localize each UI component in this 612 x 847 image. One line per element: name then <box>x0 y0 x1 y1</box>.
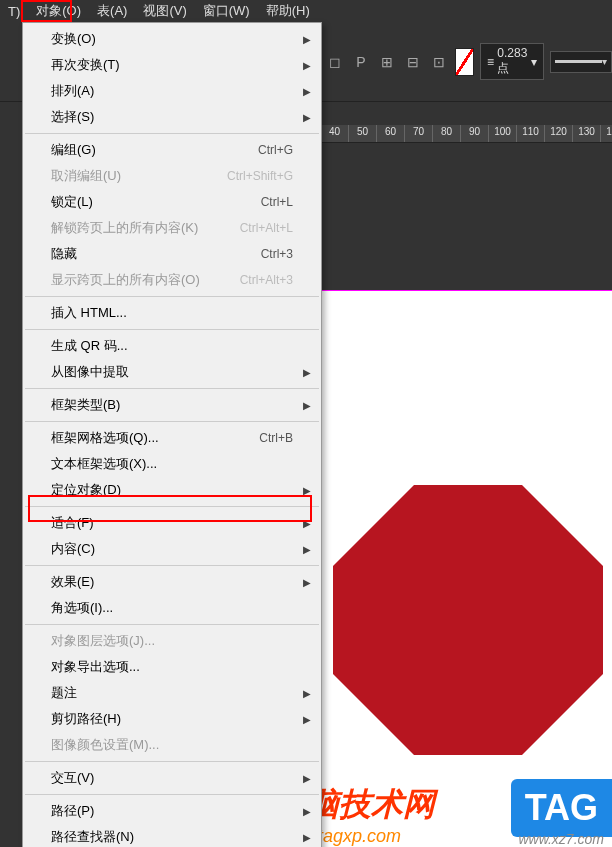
menu-view[interactable]: 视图(V) <box>135 0 194 22</box>
menu-item-19[interactable]: 框架网格选项(Q)...Ctrl+B <box>23 425 321 451</box>
menu-item-label: 题注 <box>51 684 77 702</box>
menu-item-label: 生成 QR 码... <box>51 337 128 355</box>
menu-item-label: 排列(A) <box>51 82 94 100</box>
menubar: T) 对象(O) 表(A) 视图(V) 窗口(W) 帮助(H) <box>0 0 612 22</box>
menu-sep <box>25 388 319 389</box>
menu-item-shortcut: Ctrl+Shift+G <box>227 169 293 183</box>
align-icon-3[interactable]: ⊡ <box>429 52 449 72</box>
menu-item-shortcut: Ctrl+B <box>259 431 293 445</box>
chevron-right-icon: ▶ <box>303 112 311 123</box>
menu-item-15[interactable]: 从图像中提取▶ <box>23 359 321 385</box>
menu-sep <box>25 794 319 795</box>
menu-sep <box>25 133 319 134</box>
chevron-right-icon: ▶ <box>303 577 311 588</box>
menu-help[interactable]: 帮助(H) <box>258 0 318 22</box>
menu-sep <box>25 421 319 422</box>
menu-sep <box>25 565 319 566</box>
chevron-right-icon: ▶ <box>303 832 311 843</box>
menu-item-2[interactable]: 排列(A)▶ <box>23 78 321 104</box>
chevron-right-icon: ▶ <box>303 34 311 45</box>
menu-item-30[interactable]: 对象导出选项... <box>23 654 321 680</box>
menu-item-label: 框架类型(B) <box>51 396 120 414</box>
ruler-mark: 90 <box>460 125 488 142</box>
align-icon-2[interactable]: ⊟ <box>403 52 423 72</box>
stroke-weight-input[interactable]: ≡ 0.283 点 ▾ <box>480 43 544 80</box>
ruler-mark: 110 <box>516 125 544 142</box>
menu-item-17[interactable]: 框架类型(B)▶ <box>23 392 321 418</box>
menu-sep <box>25 329 319 330</box>
menu-item-27[interactable]: 角选项(I)... <box>23 595 321 621</box>
menu-sep <box>25 761 319 762</box>
align-icon-1[interactable]: ⊞ <box>377 52 397 72</box>
crop-icon[interactable]: ◻ <box>325 52 345 72</box>
menu-item-20[interactable]: 文本框架选项(X)... <box>23 451 321 477</box>
menu-item-shortcut: Ctrl+Alt+3 <box>240 273 293 287</box>
menu-item-shortcut: Ctrl+G <box>258 143 293 157</box>
stroke-style-dropdown[interactable]: ▾ <box>550 51 612 73</box>
menu-item-3[interactable]: 选择(S)▶ <box>23 104 321 130</box>
menu-item-26[interactable]: 效果(E)▶ <box>23 569 321 595</box>
menu-window[interactable]: 窗口(W) <box>195 0 258 22</box>
menu-item-label: 图像颜色设置(M)... <box>51 736 159 754</box>
chevron-right-icon: ▶ <box>303 400 311 411</box>
menu-item-8: 解锁跨页上的所有内容(K)Ctrl+Alt+L <box>23 215 321 241</box>
menu-item-31[interactable]: 题注▶ <box>23 680 321 706</box>
menu-sep <box>25 296 319 297</box>
tag-badge: TAG <box>511 779 612 837</box>
menu-item-shortcut: Ctrl+3 <box>261 247 293 261</box>
menu-t[interactable]: T) <box>0 2 28 21</box>
menu-item-label: 取消编组(U) <box>51 167 121 185</box>
sub-watermark: www.xz7.com <box>518 831 604 847</box>
ruler-mark: 50 <box>348 125 376 142</box>
menu-item-0[interactable]: 变换(O)▶ <box>23 26 321 52</box>
menu-item-label: 对象导出选项... <box>51 658 140 676</box>
menu-item-1[interactable]: 再次变换(T)▶ <box>23 52 321 78</box>
menu-item-24[interactable]: 内容(C)▶ <box>23 536 321 562</box>
menu-item-label: 锁定(L) <box>51 193 93 211</box>
ruler-mark: 100 <box>488 125 516 142</box>
ruler-mark: 120 <box>544 125 572 142</box>
menu-item-label: 隐藏 <box>51 245 77 263</box>
menu-item-10: 显示跨页上的所有内容(O)Ctrl+Alt+3 <box>23 267 321 293</box>
menu-item-6: 取消编组(U)Ctrl+Shift+G <box>23 163 321 189</box>
chevron-right-icon: ▶ <box>303 518 311 529</box>
menu-item-7[interactable]: 锁定(L)Ctrl+L <box>23 189 321 215</box>
p-tool-icon[interactable]: P <box>351 52 371 72</box>
menu-item-32[interactable]: 剪切路径(H)▶ <box>23 706 321 732</box>
menu-item-label: 定位对象(D) <box>51 481 121 499</box>
chevron-right-icon: ▶ <box>303 714 311 725</box>
menu-item-label: 内容(C) <box>51 540 95 558</box>
menu-item-14[interactable]: 生成 QR 码... <box>23 333 321 359</box>
menu-item-label: 角选项(I)... <box>51 599 113 617</box>
menu-item-5[interactable]: 编组(G)Ctrl+G <box>23 137 321 163</box>
menu-item-shortcut: Ctrl+Alt+L <box>240 221 293 235</box>
menu-item-23[interactable]: 适合(F)▶ <box>23 510 321 536</box>
menu-item-label: 对象图层选项(J)... <box>51 632 155 650</box>
ruler-mark: 130 <box>572 125 600 142</box>
object-dropdown-menu: 变换(O)▶再次变换(T)▶排列(A)▶选择(S)▶编组(G)Ctrl+G取消编… <box>22 22 322 847</box>
menu-item-37[interactable]: 路径(P)▶ <box>23 798 321 824</box>
menu-item-38[interactable]: 路径查找器(N)▶ <box>23 824 321 847</box>
menu-item-21[interactable]: 定位对象(D)▶ <box>23 477 321 503</box>
fill-swatch[interactable] <box>455 48 474 76</box>
octagon-shape[interactable] <box>333 485 603 755</box>
chevron-right-icon: ▶ <box>303 485 311 496</box>
chevron-right-icon: ▶ <box>303 806 311 817</box>
menu-item-label: 框架网格选项(Q)... <box>51 429 159 447</box>
menu-item-33: 图像颜色设置(M)... <box>23 732 321 758</box>
horizontal-ruler: 40 50 60 70 80 90 100 110 120 130 140 <box>320 125 612 143</box>
ruler-mark: 80 <box>432 125 460 142</box>
menu-item-12[interactable]: 插入 HTML... <box>23 300 321 326</box>
menu-object[interactable]: 对象(O) <box>28 0 89 22</box>
ruler-mark: 140 <box>600 125 612 142</box>
menu-item-label: 交互(V) <box>51 769 94 787</box>
menu-item-label: 文本框架选项(X)... <box>51 455 157 473</box>
menu-item-label: 路径(P) <box>51 802 94 820</box>
menu-item-shortcut: Ctrl+L <box>261 195 293 209</box>
menu-item-9[interactable]: 隐藏Ctrl+3 <box>23 241 321 267</box>
ruler-mark: 40 <box>320 125 348 142</box>
menu-item-35[interactable]: 交互(V)▶ <box>23 765 321 791</box>
menu-table[interactable]: 表(A) <box>89 0 135 22</box>
ruler-mark: 60 <box>376 125 404 142</box>
menu-item-label: 选择(S) <box>51 108 94 126</box>
